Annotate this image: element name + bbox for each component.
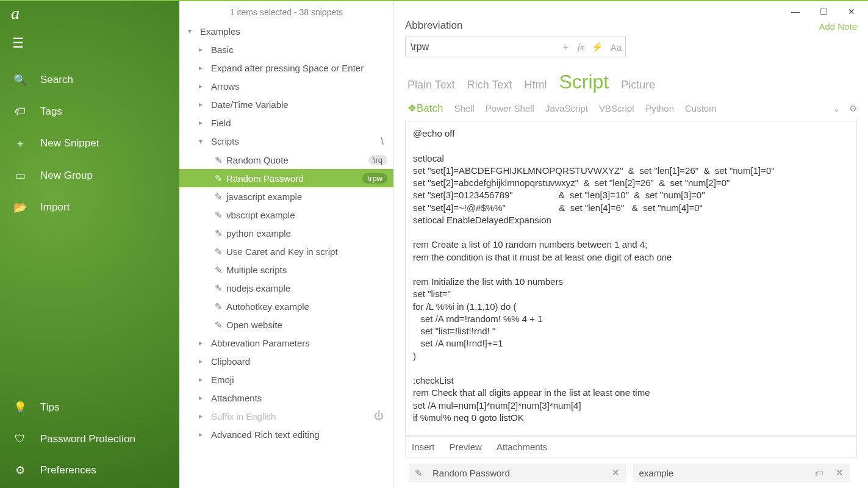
pencil-icon: ✎ xyxy=(415,468,423,479)
snippet-title-chip: ✎ Random Password ✕ xyxy=(409,464,626,482)
tree-label: Autohotkey example xyxy=(226,301,387,312)
tree-label: Expand after pressing Space or Enter xyxy=(211,63,387,73)
lang-tab-shell[interactable]: Shell xyxy=(454,103,474,113)
action-attachments[interactable]: Attachments xyxy=(497,442,547,452)
tree-group[interactable]: Advanced Rich text editing xyxy=(179,425,393,443)
window-controls: — ☐ ✕ xyxy=(781,2,866,21)
close-button[interactable]: ✕ xyxy=(838,2,866,21)
code-editor[interactable]: @echo off setlocal set "set[1]=ABCDEFGHI… xyxy=(405,121,857,436)
tree-group[interactable]: Emoji xyxy=(179,370,393,389)
nav-item-tags[interactable]: 🏷Tags xyxy=(0,98,179,125)
tree-group-scripts[interactable]: Scripts\ xyxy=(179,132,393,151)
nav-item-search[interactable]: 🔍Search xyxy=(0,66,179,94)
tree-group[interactable]: Basic xyxy=(179,40,393,59)
nav-item-new-group[interactable]: ▭New Group xyxy=(0,162,179,190)
chevron-icon xyxy=(199,393,207,402)
power-icon[interactable]: ⏻ xyxy=(374,411,387,422)
tree-group[interactable]: Attachments xyxy=(179,389,393,407)
snippet-title: Random Password xyxy=(432,468,510,478)
tree-snippet[interactable]: ✎Multiple scripts xyxy=(179,260,393,279)
clear-title-icon[interactable]: ✕ xyxy=(612,467,620,478)
lang-tab-batch[interactable]: Batch xyxy=(407,102,443,115)
type-tab-plain-text[interactable]: Plain Text xyxy=(407,79,455,92)
tree-snippet[interactable]: ✎nodejs example xyxy=(179,279,393,297)
tree-snippet[interactable]: ✎vbscript example xyxy=(179,206,393,224)
tree-snippet[interactable]: ✎python example xyxy=(179,224,393,242)
type-tabs: Plain TextRich TextHtmlScriptPicture xyxy=(405,71,857,93)
chevron-down-icon[interactable]: ⌄ xyxy=(833,103,841,114)
chevron-icon xyxy=(199,118,207,127)
nav-item-import[interactable]: 📂Import xyxy=(0,193,179,221)
tree-snippet[interactable]: ✎Random Password\rpw xyxy=(179,169,393,187)
tree-group[interactable]: Clipboard xyxy=(179,352,393,370)
nav-label: Tips xyxy=(40,401,60,414)
abbr-badge: \rq xyxy=(368,155,387,165)
action-insert[interactable]: Insert xyxy=(412,442,435,452)
nav-item-new-snippet[interactable]: ＋New Snippet xyxy=(0,129,179,158)
tree-snippet[interactable]: ✎Open website xyxy=(179,315,393,334)
maximize-button[interactable]: ☐ xyxy=(809,2,838,21)
tree-group[interactable]: Field xyxy=(179,113,393,132)
pencil-icon: ✎ xyxy=(215,283,223,294)
add-note-link[interactable]: Add Note xyxy=(819,21,857,32)
tree-snippet[interactable]: ✎Random Quote\rq xyxy=(179,151,393,169)
nav-bottom-item-icon: 💡 xyxy=(13,401,27,414)
bolt-icon[interactable]: ⚡ xyxy=(592,41,603,52)
menu-icon[interactable]: ☰ xyxy=(0,29,179,63)
tree-label: python example xyxy=(226,228,387,239)
tree-label: Advanced Rich text editing xyxy=(211,429,387,440)
lang-tab-vbscript[interactable]: VBScript xyxy=(599,103,634,113)
chevron-icon xyxy=(199,357,207,365)
pencil-icon: ✎ xyxy=(215,210,223,221)
nav-label: Password Protection xyxy=(40,433,135,445)
case-icon[interactable]: Aa xyxy=(611,42,622,52)
tree-group[interactable]: Date/Time Variable xyxy=(179,95,393,113)
tree-snippet[interactable]: ✎Autohotkey example xyxy=(179,297,393,315)
minimize-button[interactable]: — xyxy=(781,2,809,21)
nav-bottom-item-password-protection[interactable]: 🛡Password Protection xyxy=(0,425,179,453)
tree-group[interactable]: Arrows xyxy=(179,77,393,95)
fx-icon[interactable]: fx xyxy=(578,42,584,52)
tree-label: Attachments xyxy=(211,393,387,403)
tag-chip: 🏷 ✕ xyxy=(633,464,850,482)
tree-label: Random Quote xyxy=(226,155,365,165)
tree-group[interactable]: Abbrevation Parameters xyxy=(179,334,393,352)
nav-label: Tags xyxy=(40,106,62,118)
tag-input[interactable] xyxy=(639,468,809,478)
app-logo: a xyxy=(0,1,179,29)
chevron-icon xyxy=(199,82,207,90)
tree-group-examples[interactable]: Examples xyxy=(179,22,393,40)
nav-bottom-item-preferences[interactable]: ⚙Preferences xyxy=(0,456,179,484)
tree-label: Multiple scripts xyxy=(226,265,387,275)
tree-group[interactable]: Expand after pressing Space or Enter xyxy=(179,59,393,77)
type-tab-picture[interactable]: Picture xyxy=(621,79,655,92)
language-tabs: BatchShellPower ShellJavaScriptVBScriptP… xyxy=(405,102,857,115)
snippet-list-panel: 1 items selected - 38 snippets ExamplesB… xyxy=(179,1,394,488)
tree-label: Use Caret and Key in script xyxy=(226,246,387,257)
chevron-icon xyxy=(199,430,207,439)
type-tab-html[interactable]: Html xyxy=(524,79,547,92)
tree-group[interactable]: Suffix in English⏻ xyxy=(179,407,393,425)
action-preview[interactable]: Preview xyxy=(450,442,482,452)
type-tab-rich-text[interactable]: Rich Text xyxy=(467,79,512,92)
nav-label: Preferences xyxy=(40,464,96,476)
nav-bottom-item-tips[interactable]: 💡Tips xyxy=(0,393,179,422)
tree-snippet[interactable]: ✎Use Caret and Key in script xyxy=(179,242,393,260)
lang-tab-custom[interactable]: Custom xyxy=(685,103,717,113)
add-icon[interactable]: ＋ xyxy=(561,41,570,53)
tree-label: Open website xyxy=(226,320,387,330)
lang-tab-power-shell[interactable]: Power Shell xyxy=(486,103,534,113)
snippet-tree: ExamplesBasicExpand after pressing Space… xyxy=(179,22,393,488)
detail-panel: — ☐ ✕ Abbreviation Add Note ＋ fx ⚡ Aa Pl… xyxy=(394,1,868,488)
status-text: 1 items selected - 38 snippets xyxy=(179,1,393,22)
lang-tab-javascript[interactable]: JavaScript xyxy=(545,103,588,113)
nav-label: Search xyxy=(40,74,73,86)
tree-label: Clipboard xyxy=(211,356,387,367)
lang-tab-python[interactable]: Python xyxy=(645,103,674,113)
type-tab-script[interactable]: Script xyxy=(559,71,609,93)
clear-tag-icon[interactable]: ✕ xyxy=(836,467,844,478)
chevron-icon xyxy=(199,412,207,420)
abbreviation-input[interactable] xyxy=(411,41,555,52)
gear-icon[interactable]: ⚙ xyxy=(849,103,857,114)
tree-snippet[interactable]: ✎javascript example xyxy=(179,187,393,206)
